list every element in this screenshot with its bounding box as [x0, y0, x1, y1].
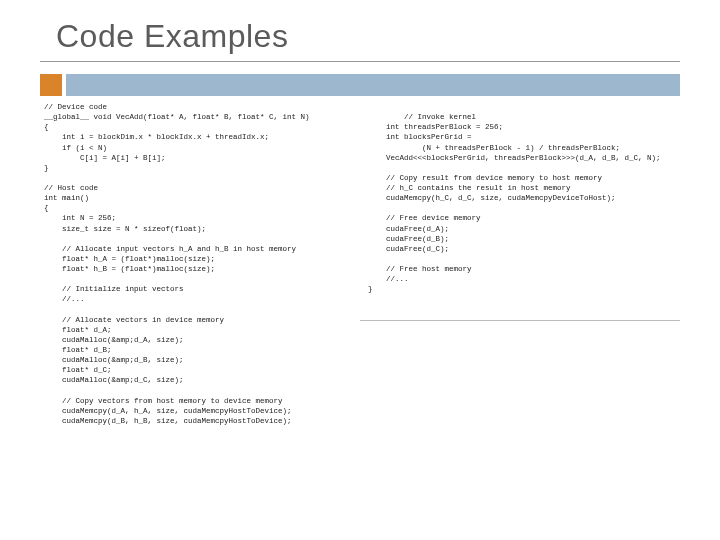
- code-area: // Device code __global__ void VecAdd(fl…: [40, 102, 680, 426]
- accent-bar: [66, 74, 680, 96]
- accent-row: [40, 74, 720, 96]
- code-right-divider: [360, 320, 680, 321]
- code-left-column: // Device code __global__ void VecAdd(fl…: [40, 102, 360, 426]
- code-right-text: // Invoke kernel int threadsPerBlock = 2…: [368, 113, 661, 293]
- slide-title: Code Examples: [0, 0, 720, 61]
- title-underline: [40, 61, 680, 62]
- accent-square: [40, 74, 62, 96]
- code-right-column: // Invoke kernel int threadsPerBlock = 2…: [360, 102, 680, 426]
